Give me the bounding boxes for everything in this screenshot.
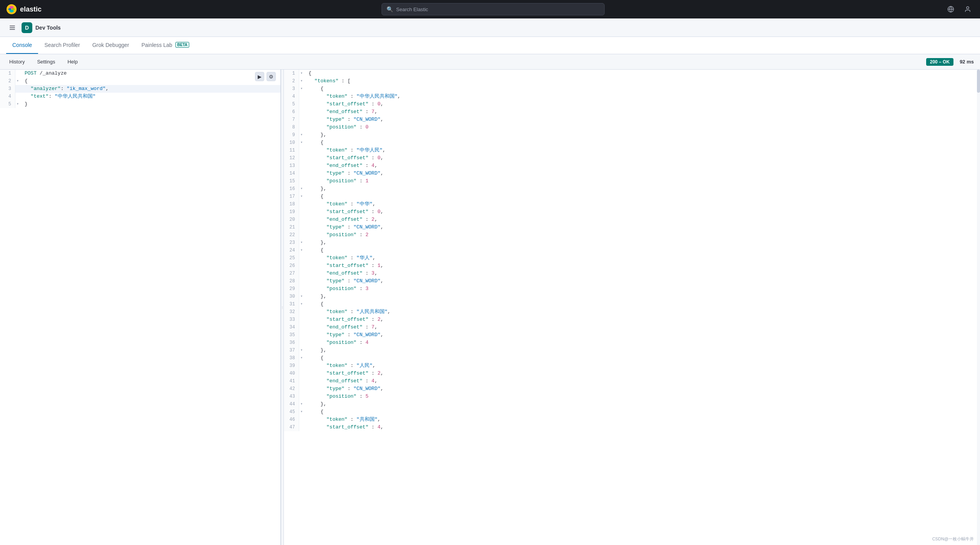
output-line-42: 42 "type" : "CN_WORD", (284, 385, 980, 393)
out-fold-2[interactable]: ▾ (299, 77, 304, 85)
hamburger-button[interactable] (6, 22, 18, 34)
editor-line-2: 2 ▾ { (0, 77, 280, 85)
run-button[interactable]: ▶ (255, 72, 264, 81)
out-fold-37[interactable]: ▾ (299, 347, 304, 354)
out-num-17: 17 (284, 193, 299, 200)
editor-line-5: 5 ▾ } (0, 100, 280, 108)
nav-right-icons (945, 3, 974, 15)
out-content-47: "start_offset" : 4, (304, 423, 980, 431)
out-fold-9[interactable]: ▾ (299, 131, 304, 139)
history-button[interactable]: History (6, 57, 28, 66)
user-icon-btn[interactable] (962, 3, 974, 15)
output-line-15: 15 "position" : 1 (284, 177, 980, 185)
tab-grok-debugger[interactable]: Grok Debugger (86, 37, 135, 54)
out-content-25: "token" : "华人", (304, 254, 980, 262)
output-line-11: 11 "token" : "中华人民", (284, 147, 980, 154)
globe-icon (947, 6, 954, 13)
output-line-28: 28 "type" : "CN_WORD", (284, 277, 980, 285)
right-output-panel[interactable]: 1 ▾ { 2 ▾ "tokens" : [ 3 ▾ { 4 "token" :… (284, 70, 980, 545)
out-content-2: "tokens" : [ (304, 77, 980, 85)
code-editor[interactable]: 1 POST /_analyze 2 ▾ { 3 "analyzer": "ik… (0, 70, 280, 108)
out-content-32: "token" : "人民共和国", (304, 308, 980, 316)
out-num-45: 45 (284, 408, 299, 416)
output-line-19: 19 "start_offset" : 0, (284, 208, 980, 216)
line-content-4: "text": "中华人民共和国" (20, 93, 280, 100)
out-num-26: 26 (284, 262, 299, 270)
out-content-18: "token" : "中华", (304, 200, 980, 208)
out-num-42: 42 (284, 385, 299, 393)
fold-5[interactable]: ▾ (15, 100, 20, 108)
scrollbar-track[interactable] (977, 70, 980, 545)
output-line-4: 4 "token" : "中华人民共和国", (284, 93, 980, 100)
tab-painless-lab[interactable]: Painless Lab BETA (135, 37, 196, 54)
scrollbar-thumb[interactable] (977, 70, 980, 93)
output-line-10: 10 ▾ { (284, 139, 980, 147)
output-line-2: 2 ▾ "tokens" : [ (284, 77, 980, 85)
output-line-32: 32 "token" : "人民共和国", (284, 308, 980, 316)
output-line-26: 26 "start_offset" : 1, (284, 262, 980, 270)
output-line-25: 25 "token" : "华人", (284, 254, 980, 262)
out-num-39: 39 (284, 362, 299, 370)
out-num-3: 3 (284, 85, 299, 93)
out-content-16: }, (304, 185, 980, 193)
output-line-34: 34 "end_offset" : 7, (284, 323, 980, 331)
out-fold-38[interactable]: ▾ (299, 354, 304, 362)
out-fold-31[interactable]: ▾ (299, 300, 304, 308)
out-num-30: 30 (284, 293, 299, 300)
out-content-37: }, (304, 347, 980, 354)
line-content-1: POST /_analyze (20, 70, 280, 77)
out-content-19: "start_offset" : 0, (304, 208, 980, 216)
out-content-41: "end_offset" : 4, (304, 377, 980, 385)
out-fold-3[interactable]: ▾ (299, 85, 304, 93)
user-icon (964, 6, 971, 13)
out-fold-30[interactable]: ▾ (299, 293, 304, 300)
elastic-logo[interactable]: elastic (6, 4, 42, 15)
out-content-34: "end_offset" : 7, (304, 323, 980, 331)
settings-button[interactable]: Settings (34, 57, 58, 66)
out-fold-44[interactable]: ▾ (299, 400, 304, 408)
out-num-24: 24 (284, 247, 299, 254)
line-content-2: { (20, 77, 280, 85)
output-line-46: 46 "token" : "共和国", (284, 416, 980, 423)
tab-console[interactable]: Console (6, 37, 38, 54)
out-fold-23[interactable]: ▾ (299, 239, 304, 247)
out-fold-10[interactable]: ▾ (299, 139, 304, 147)
line-content-3: "analyzer": "ik_max_word", (20, 85, 280, 93)
app-badge: D (22, 22, 32, 33)
output-line-1: 1 ▾ { (284, 70, 980, 77)
out-fold-45[interactable]: ▾ (299, 408, 304, 416)
out-num-21: 21 (284, 223, 299, 231)
resize-handle[interactable]: ⋮ (281, 70, 284, 545)
app-title: Dev Tools (35, 25, 61, 31)
out-num-13: 13 (284, 162, 299, 170)
out-num-37: 37 (284, 347, 299, 354)
out-num-5: 5 (284, 100, 299, 108)
out-content-7: "type" : "CN_WORD", (304, 116, 980, 123)
out-num-27: 27 (284, 270, 299, 277)
left-editor-panel[interactable]: 1 POST /_analyze 2 ▾ { 3 "analyzer": "ik… (0, 70, 281, 545)
out-num-43: 43 (284, 393, 299, 400)
output-line-12: 12 "start_offset" : 0, (284, 154, 980, 162)
watermark: CSDN@一枚小蜗牛并 (932, 536, 974, 542)
help-icon-btn[interactable] (945, 3, 957, 15)
help-button[interactable]: Help (64, 57, 81, 66)
out-content-28: "type" : "CN_WORD", (304, 277, 980, 285)
tab-search-profiler[interactable]: Search Profiler (38, 37, 86, 54)
out-content-33: "start_offset" : 2, (304, 316, 980, 323)
out-num-41: 41 (284, 377, 299, 385)
out-fold-24[interactable]: ▾ (299, 247, 304, 254)
out-fold-16[interactable]: ▾ (299, 185, 304, 193)
copy-button[interactable]: ⚙ (267, 72, 276, 81)
out-num-2: 2 (284, 77, 299, 85)
line-num-2: 2 (0, 77, 15, 85)
out-num-31: 31 (284, 300, 299, 308)
line-num-1: 1 (0, 70, 15, 77)
out-fold-1[interactable]: ▾ (299, 70, 304, 77)
out-content-29: "position" : 3 (304, 285, 980, 293)
global-search-bar[interactable]: 🔍 Search Elastic (382, 3, 605, 15)
fold-2[interactable]: ▾ (15, 77, 20, 85)
out-num-15: 15 (284, 177, 299, 185)
out-num-18: 18 (284, 200, 299, 208)
output-line-3: 3 ▾ { (284, 85, 980, 93)
out-fold-17[interactable]: ▾ (299, 193, 304, 200)
